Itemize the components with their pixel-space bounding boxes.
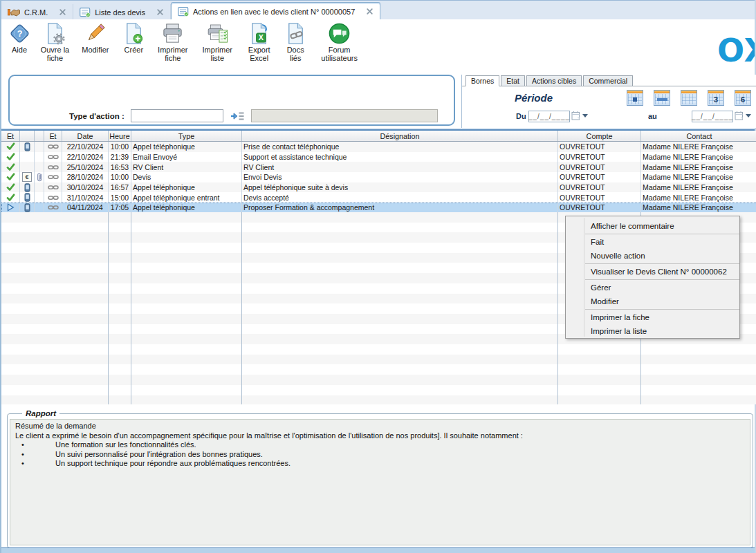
tab-crm[interactable]: C.R.M. bbox=[1, 4, 73, 20]
tab-actions-devis-client[interactable]: Actions en lien avec le devis client N° … bbox=[171, 2, 380, 20]
menu-item-imprimer-fiche[interactable]: Imprimer la fiche bbox=[566, 310, 739, 324]
toolbar-label: Imprimer liste bbox=[199, 46, 235, 62]
cell-type: Appel téléphonique bbox=[131, 182, 242, 193]
calendar-quarter-icon[interactable]: 3 bbox=[708, 90, 724, 106]
cell-type: RV Client bbox=[131, 162, 242, 172]
header-cell-heure[interactable]: Heure bbox=[109, 131, 131, 141]
forum-icon bbox=[328, 22, 351, 45]
calendar-semester-icon[interactable]: 6 bbox=[735, 90, 751, 106]
tab-etat[interactable]: Etat bbox=[501, 75, 525, 86]
au-date-input[interactable]: __/__/____ bbox=[692, 111, 733, 122]
calendar-day-icon[interactable] bbox=[627, 90, 643, 106]
menu-item-fait[interactable]: Fait bbox=[566, 235, 739, 249]
link-icon bbox=[48, 195, 59, 200]
euro-icon: € bbox=[22, 172, 32, 182]
tab-commercial[interactable]: Commercial bbox=[583, 75, 633, 86]
lookup-icon[interactable] bbox=[230, 111, 245, 122]
type-action-input[interactable] bbox=[131, 109, 223, 122]
table-row[interactable]: 22/10/2024 10:00 Appel téléphonique Pris… bbox=[1, 142, 756, 152]
check-icon bbox=[6, 194, 15, 202]
grid-line bbox=[557, 212, 558, 404]
header-cell-type[interactable]: Type bbox=[131, 131, 242, 141]
menu-item-visualiser-devis[interactable]: Visualiser le Devis Client N° 00000062 bbox=[566, 265, 739, 279]
print-list-button[interactable]: Imprimer liste bbox=[197, 21, 237, 63]
link-icon bbox=[48, 154, 59, 160]
au-datepicker[interactable] bbox=[735, 111, 751, 120]
print-icon bbox=[161, 22, 184, 45]
cell-designation: RV Client bbox=[242, 162, 558, 172]
menu-item-modifier[interactable]: Modifier bbox=[566, 294, 739, 308]
create-button[interactable]: Créer bbox=[119, 21, 148, 55]
cell-contact: Madame NILERE Françoise bbox=[641, 203, 756, 213]
print-record-button[interactable]: Imprimer fiche bbox=[153, 21, 193, 63]
rapport-group: Rapport Résumé de la demande Le client a… bbox=[7, 409, 753, 548]
close-icon[interactable] bbox=[59, 8, 66, 16]
linked-docs-button[interactable]: Docs liés bbox=[281, 21, 310, 63]
header-cell-designation[interactable]: Désignation bbox=[242, 131, 558, 141]
rapport-text[interactable]: Résumé de la demande Le client a exprimé… bbox=[10, 419, 750, 545]
cell-type: Appel téléphonique bbox=[131, 142, 242, 152]
excel-icon: X bbox=[248, 22, 270, 45]
toolbar-label: Ouvre la fiche bbox=[40, 46, 69, 62]
tab-liste-des-devis[interactable]: Liste des devis bbox=[73, 4, 171, 20]
type-action-display bbox=[251, 109, 438, 122]
menu-separator bbox=[585, 279, 739, 280]
cell-date: 31/10/2024 bbox=[62, 192, 109, 203]
edit-button[interactable]: Modifier bbox=[76, 21, 115, 55]
table-row[interactable]: € 28/10/2024 10:00 Devis Envoi Devis OUV… bbox=[1, 172, 756, 182]
link-icon bbox=[48, 185, 59, 190]
export-excel-button[interactable]: X Export Excel bbox=[242, 21, 277, 63]
header-cell-icon2[interactable] bbox=[35, 131, 44, 141]
grid-line bbox=[108, 212, 109, 404]
grid-line bbox=[131, 212, 131, 404]
menu-item-imprimer-liste[interactable]: Imprimer la liste bbox=[566, 324, 739, 338]
datepicker-icon bbox=[735, 111, 744, 120]
table-row-selected[interactable]: 04/11/2024 17:05 Appel téléphonique Prop… bbox=[1, 203, 756, 213]
cell-compte: OUVRETOUT bbox=[558, 192, 641, 203]
cell-type: Devis bbox=[131, 172, 242, 182]
check-icon bbox=[6, 142, 15, 151]
tab-actions-cibles[interactable]: Actions cibles bbox=[526, 75, 582, 86]
calendar-week-icon[interactable] bbox=[654, 90, 670, 106]
link-icon bbox=[48, 205, 59, 210]
forum-button[interactable]: Forum utilisateurs bbox=[315, 21, 365, 63]
toolbar-label: Imprimer fiche bbox=[155, 46, 191, 62]
create-icon bbox=[122, 22, 145, 45]
toolbar-label: Modifier bbox=[82, 46, 109, 54]
du-datepicker[interactable] bbox=[571, 111, 588, 120]
header-cell-compte[interactable]: Compte bbox=[558, 131, 641, 141]
open-record-button[interactable]: Ouvre la fiche bbox=[38, 21, 71, 63]
menu-separator bbox=[585, 309, 739, 310]
cell-type: Appel téléphonique entrant bbox=[131, 192, 242, 203]
cell-heure: 10:00 bbox=[109, 172, 131, 182]
menu-item-afficher-commentaire[interactable]: Afficher le commentaire bbox=[566, 219, 739, 233]
header-cell-icon1[interactable] bbox=[20, 131, 35, 141]
cell-heure: 17:05 bbox=[109, 203, 131, 213]
help-button[interactable]: ? Aide bbox=[5, 21, 34, 55]
header-cell-date[interactable]: Date bbox=[62, 131, 109, 141]
table-row[interactable]: 25/10/2024 16:53 RV Client RV Client OUV… bbox=[1, 162, 756, 172]
context-menu: Afficher le commentaire Fait Nouvelle ac… bbox=[565, 216, 740, 339]
cell-designation: Support et assistance technique bbox=[242, 152, 558, 162]
close-icon[interactable] bbox=[366, 8, 374, 15]
close-icon[interactable] bbox=[156, 8, 164, 16]
header-cell-etat1[interactable]: Et bbox=[1, 131, 20, 141]
calendar-month-icon[interactable] bbox=[681, 90, 697, 106]
header-cell-etat2[interactable]: Et bbox=[44, 131, 62, 141]
table-row[interactable]: 30/10/2024 16:57 Appel téléphonique Appe… bbox=[1, 182, 756, 193]
table-row[interactable]: 22/10/2024 21:39 Email Envoyé Support et… bbox=[1, 152, 756, 162]
phone-icon bbox=[24, 183, 30, 192]
header-cell-contact[interactable]: Contact bbox=[641, 131, 756, 141]
cell-contact: Madame NILERE Françoise bbox=[641, 162, 756, 172]
table-row[interactable]: 31/10/2024 15:00 Appel téléphonique entr… bbox=[1, 192, 756, 203]
link-icon bbox=[48, 174, 59, 180]
menu-item-nouvelle-action[interactable]: Nouvelle action bbox=[566, 249, 739, 263]
print-list-icon bbox=[206, 22, 229, 45]
cell-compte: OUVRETOUT bbox=[558, 142, 641, 152]
cell-contact: Madame NILERE Françoise bbox=[641, 142, 756, 152]
menu-item-gerer[interactable]: Gérer bbox=[566, 281, 739, 294]
tab-label: Liste des devis bbox=[95, 8, 145, 17]
periode-title: Période bbox=[515, 92, 553, 104]
du-date-input[interactable]: __/__/____ bbox=[528, 111, 570, 122]
tab-bornes[interactable]: Bornes bbox=[465, 75, 499, 86]
